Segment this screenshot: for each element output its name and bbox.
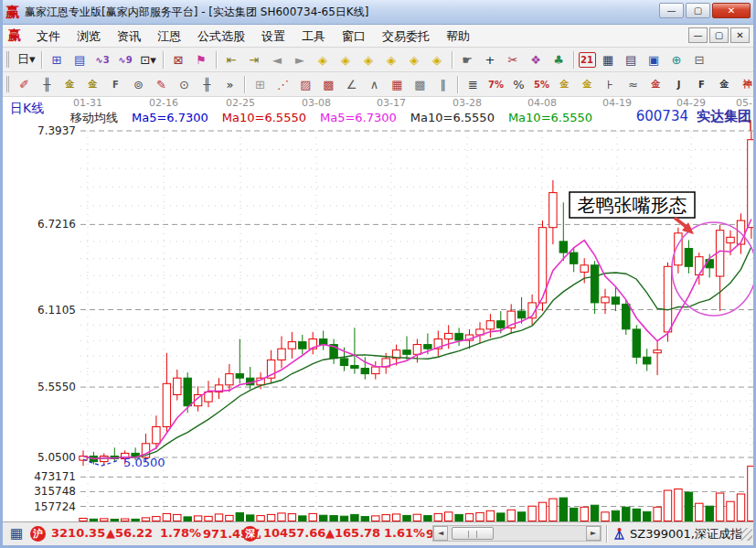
pan-hand-button[interactable]: ☛ (457, 50, 478, 70)
wave-count-3-button[interactable]: ∿3 (92, 50, 113, 70)
menu-item-3[interactable]: 江恩 (149, 27, 189, 45)
zoom-compress-button[interactable]: ◈ (381, 50, 402, 70)
svg-text:5.0500: 5.0500 (123, 456, 165, 469)
svg-text:5.5550: 5.5550 (37, 381, 76, 393)
fib-f-button[interactable]: F (105, 75, 126, 94)
zoom-left-button[interactable]: ◈ (313, 50, 334, 70)
menu-item-9[interactable]: 帮助 (438, 27, 478, 45)
resize-grip[interactable] (740, 528, 752, 541)
pct-7-button[interactable]: 7% (485, 75, 506, 94)
region-select-button[interactable]: ⊠ (168, 50, 189, 70)
time-circle-button[interactable]: ⊙ (174, 75, 195, 94)
menu-bar: 赢 文件浏览资讯江恩公式选股设置工具窗口交易委托帮助 — ▢ ✕ (3, 25, 753, 48)
wave-count-9-button[interactable]: ∿9 (115, 50, 136, 70)
trend-line-button[interactable]: ∧ (364, 75, 385, 94)
menu-item-4[interactable]: 公式选股 (189, 27, 253, 45)
sh-percent-value: 1.78% (160, 526, 201, 540)
gold-line-button[interactable]: 金 (577, 75, 598, 94)
calculator-button[interactable]: ▦ (598, 50, 619, 70)
child-restore-button[interactable]: ▢ (709, 27, 729, 43)
angle-line-button[interactable]: ∠ (341, 75, 362, 94)
zoom-full-button[interactable]: ◈ (427, 50, 448, 70)
pct-button[interactable]: % (508, 75, 529, 94)
grid-fill-button[interactable]: ▩ (410, 75, 431, 94)
price-grid-button[interactable]: ╫ (197, 75, 218, 94)
box-fan-button[interactable]: ▨ (295, 75, 316, 94)
title-bar[interactable]: 赢 赢家江恩专业版[赢家内部服务平台] - [实达集团 SH600734-65日… (0, 0, 756, 25)
measure-button[interactable]: ✂ (503, 50, 524, 70)
angle-j-button[interactable]: J (668, 75, 689, 94)
quote-list-button[interactable]: ▤ (69, 50, 91, 70)
kline-period-button[interactable]: 日▾ (16, 50, 37, 70)
gold-angle-button[interactable]: 金 (645, 75, 666, 94)
menu-item-8[interactable]: 交易委托 (374, 27, 438, 45)
gold-circle-button[interactable]: 金 (554, 75, 575, 94)
print-button[interactable]: ⊟ (689, 50, 710, 70)
svg-text:01-31: 01-31 (73, 97, 102, 109)
gann-tool-button[interactable]: ❖ (526, 50, 547, 70)
menu-item-0[interactable]: 文件 (28, 27, 69, 45)
zoom-right-button[interactable]: ◈ (335, 50, 357, 70)
notepad-button[interactable]: ▤ (621, 50, 642, 70)
child-minimize-button[interactable]: — (688, 27, 708, 43)
candle-pen-button[interactable]: ⊦ (600, 75, 621, 94)
angle-f-button[interactable]: F (691, 75, 712, 94)
gann-grid-button[interactable]: ╫ (37, 75, 58, 94)
kline-chart[interactable]: 7.39376.72166.11055.55505.05004731713157… (3, 97, 756, 521)
spiral-button[interactable]: ⊚ (128, 75, 149, 94)
zoom-fit-button[interactable]: ◈ (404, 50, 425, 70)
horizontal-scrollbar[interactable]: ◄ ► (432, 525, 602, 542)
menu-item-1[interactable]: 浏览 (69, 27, 109, 45)
crosshair-button[interactable]: + (480, 50, 501, 70)
more-tools-button[interactable]: » (219, 75, 240, 94)
menu-item-6[interactable]: 工具 (293, 27, 334, 45)
toolbar-grip[interactable] (6, 76, 9, 92)
board-icon[interactable]: ▦ (10, 525, 23, 542)
selected-index-label[interactable]: SZ399001,深证成指 (630, 526, 742, 543)
window-layout-button[interactable]: ⊞ (47, 50, 68, 70)
sh-change-value: ▲56.22 (106, 526, 153, 540)
cycle-tool-button[interactable]: ♣ (548, 50, 570, 70)
window-minimize-button[interactable]: — (659, 3, 684, 18)
candle-style-button[interactable]: ⊡▾ (138, 50, 159, 70)
kline-period-label: 日K线 (10, 101, 44, 117)
status-bar: ▦ 沪 3210.35 ▲56.22 1.78% 971.45亿 深 10457… (3, 521, 753, 545)
zoom-expand-button[interactable]: ◈ (358, 50, 379, 70)
frame-tool-button[interactable]: ⊞ (250, 75, 271, 94)
window-maximize-button[interactable]: ▢ (686, 3, 710, 18)
angle-gold-button[interactable]: 金 (714, 75, 735, 94)
scroll-thumb[interactable] (452, 527, 494, 540)
sz-percent-value: 1.61% (384, 526, 425, 540)
gold-ratio-1-button[interactable]: 金 (59, 75, 80, 94)
child-close-button[interactable]: ✕ (730, 27, 750, 43)
nav-first-button[interactable]: ⇤ (221, 50, 242, 70)
ma-readout-3: Ma10=6.5550 (410, 111, 495, 124)
gold-ratio-2-button[interactable]: 金 (82, 75, 103, 94)
calendar-21-button[interactable]: 21 (579, 52, 596, 68)
ma-readout-0: Ma5=6.7300 (132, 111, 208, 124)
wave-fit-button[interactable]: ≈ (623, 75, 644, 94)
nav-next-button[interactable]: ► (290, 50, 311, 70)
menu-items: 文件浏览资讯江恩公式选股设置工具窗口交易委托帮助 (28, 27, 478, 45)
scroll-right-arrow-icon[interactable]: ► (586, 526, 601, 541)
nav-prev-button[interactable]: ◄ (267, 50, 288, 70)
toolbar-grip[interactable] (6, 51, 11, 68)
pct-5-button[interactable]: 5% (531, 75, 552, 94)
grid-dense-button[interactable]: ▦ (387, 75, 408, 94)
menu-item-5[interactable]: 设置 (253, 27, 293, 45)
parallel-lines-button[interactable]: ∥ (432, 75, 453, 94)
window-close-button[interactable]: ✕ (712, 3, 751, 18)
save-disk-button[interactable]: ▣ (644, 50, 665, 70)
scroll-left-arrow-icon[interactable]: ◄ (433, 526, 448, 541)
menu-item-7[interactable]: 窗口 (334, 27, 374, 45)
color-flag-button[interactable]: ⚑ (191, 50, 212, 70)
ladder-tool-button[interactable]: ≣ (463, 75, 484, 94)
nav-last-button[interactable]: ⇥ (244, 50, 265, 70)
menu-item-2[interactable]: 资讯 (109, 27, 149, 45)
draw-arrow-button[interactable]: ✐ (14, 75, 35, 94)
box-rays-button[interactable]: ▩ (318, 75, 339, 94)
fan-lines-button[interactable]: ⋰ (272, 75, 293, 94)
draw-line-button[interactable]: ✎ (151, 75, 172, 94)
angle-shen-button[interactable]: 神 (737, 75, 753, 94)
web-globe-button[interactable]: ⊕ (666, 50, 687, 70)
